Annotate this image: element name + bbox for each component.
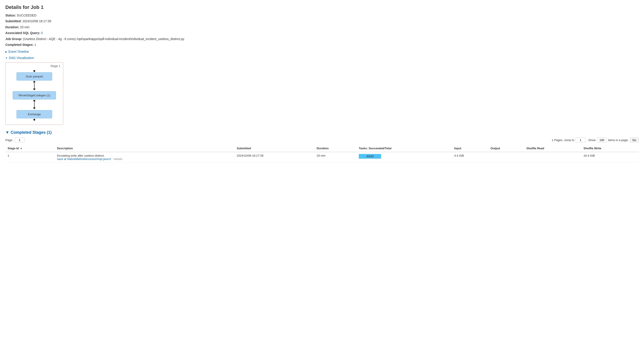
cell-shuffle-write: 16.4 GiB [582, 152, 639, 163]
show-label: . Show [587, 138, 596, 142]
col-shuffle-read[interactable]: Shuffle Read [524, 145, 582, 152]
dag-connector-bottom [34, 118, 35, 121]
cell-input: 4.4 GiB [452, 152, 488, 163]
sql-row: Associated SQL Query: 0 [5, 30, 639, 35]
dag-dot-3 [34, 100, 35, 102]
completed-stages-header[interactable]: ▼ Completed Stages (1) [5, 130, 639, 135]
dag-node-exchange[interactable]: Exchange [16, 110, 52, 118]
dag-dot-4 [34, 119, 35, 121]
status-value: SUCCEEDED [17, 13, 36, 17]
table-header-row: Stage Id ▼ Description Submitted Duratio… [5, 145, 639, 152]
col-tasks[interactable]: Tasks: Succeeded/Total [356, 145, 452, 152]
col-stage-id[interactable]: Stage Id ▼ [5, 145, 55, 152]
dag-connector-2 [33, 99, 36, 110]
job-group-row: Job Group: (Useless Distinct - AQE - 4g … [5, 36, 639, 41]
status-row: Status: SUCCEEDED [5, 13, 639, 18]
completed-stages-meta-label: Completed Stages: [5, 43, 34, 46]
cell-submitted: 2024/10/08 18:17:39 [235, 152, 315, 163]
show-input[interactable] [597, 138, 607, 143]
jump-to-input[interactable] [576, 138, 586, 143]
dag-nodes: Scan parquet WholeStageCodegen (1) Excha… [9, 66, 60, 121]
duration-label: Duration: [5, 25, 19, 29]
pagination-left: Page: [5, 138, 24, 143]
description-sub: save at NativeMethodAccessorImpl.java:0 … [57, 157, 232, 161]
table-row: 1 Emulating write after useless distinct… [5, 152, 639, 163]
dag-arrow: ▼ [5, 57, 8, 59]
dag-node-wholestage[interactable]: WholeStageCodegen (1) [13, 91, 56, 99]
cell-output [488, 152, 524, 163]
dag-node-exchange-label: Exchange [28, 113, 41, 116]
completed-stages-toggle-arrow: ▼ [5, 130, 9, 135]
col-description[interactable]: Description [55, 145, 235, 152]
col-submitted[interactable]: Submitted [235, 145, 315, 152]
dag-node-scan-parquet-label: Scan parquet [26, 75, 43, 78]
completed-stages-row: Completed Stages: 1 [5, 42, 639, 47]
dag-label: DAG Visualization [9, 56, 34, 60]
dag-arrow-1 [33, 89, 36, 90]
dag-dot-2 [34, 81, 35, 83]
dag-line-1 [34, 83, 34, 89]
cell-shuffle-read [524, 152, 582, 163]
pagination-right: 1 Pages. Jump to . Show items in a page.… [552, 138, 639, 143]
dag-node-wholestage-label: WholeStageCodegen (1) [18, 94, 50, 97]
status-label: Status: [5, 13, 16, 17]
col-output[interactable]: Output [488, 145, 524, 152]
completed-stages-title: Completed Stages (1) [11, 130, 52, 135]
duration-value: 20 min [20, 25, 30, 29]
completed-stages-meta-link[interactable]: 1 [34, 43, 36, 46]
pages-info: 1 Pages. Jump to [552, 138, 574, 142]
description-main: Emulating write after useless distinct. [57, 154, 232, 157]
col-shuffle-write[interactable]: Shuffle Write [582, 145, 639, 152]
submitted-label: Submitted: [5, 19, 22, 23]
job-group-value: (Useless Distinct - AQE - 4g - 6 cores) … [23, 37, 184, 41]
col-input[interactable]: Input [452, 145, 488, 152]
event-timeline-arrow: ▶ [5, 50, 7, 53]
submitted-value: 2024/10/08 18:17:39 [22, 19, 51, 23]
dag-connector-top [34, 70, 35, 72]
task-progress-bar: 43/43 [359, 154, 381, 159]
page-label: Page: [5, 138, 13, 142]
cell-duration: 20 min [314, 152, 356, 163]
dag-visualization-toggle[interactable]: ▼ DAG Visualization [5, 56, 639, 60]
sql-label: Associated SQL Query: [5, 31, 40, 35]
page-title: Details for Job 1 [5, 4, 639, 10]
page-input[interactable] [15, 138, 24, 143]
cell-tasks: 43/43 [356, 152, 452, 163]
job-group-label: Job Group: [5, 37, 22, 41]
dag-dot-1 [34, 70, 35, 72]
details-link[interactable]: +details [113, 158, 122, 161]
submitted-row: Submitted: 2024/10/08 18:17:39 [5, 19, 639, 23]
dag-node-scan-parquet[interactable]: Scan parquet [16, 72, 52, 81]
cell-stage-id: 1 [5, 152, 55, 163]
dag-arrow-2 [33, 107, 36, 109]
dag-stage-label: Stage 1 [50, 64, 60, 68]
event-timeline-toggle[interactable]: ▶ Event Timeline [5, 50, 639, 53]
go-button[interactable]: Go [630, 138, 639, 143]
description-link[interactable]: save at NativeMethodAccessorImpl.java:0 [57, 157, 111, 161]
cell-description: Emulating write after useless distinct. … [55, 152, 235, 163]
duration-row: Duration: 20 min [5, 25, 639, 30]
event-timeline-label: Event Timeline [8, 50, 29, 53]
col-duration[interactable]: Duration [314, 145, 356, 152]
dag-diagram: Stage 1 Scan parquet WholeStageCodegen (… [5, 62, 63, 125]
sql-link[interactable]: 0 [41, 31, 43, 35]
dag-connector-1 [33, 81, 36, 91]
stages-table: Stage Id ▼ Description Submitted Duratio… [5, 145, 639, 163]
pagination-row: Page: 1 Pages. Jump to . Show items in a… [5, 138, 639, 143]
items-label: items in a page. [608, 138, 628, 142]
dag-line-2 [34, 102, 34, 107]
